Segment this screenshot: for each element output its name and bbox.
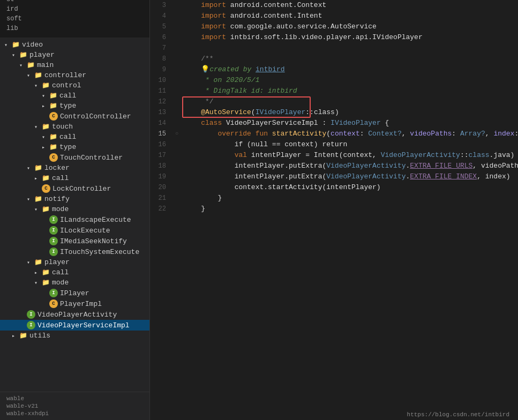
- keyword-token: import: [201, 33, 226, 41]
- line-number: 7: [150, 43, 171, 54]
- tree-item[interactable]: ▸📁call: [0, 173, 149, 183]
- tree-item-label: controller: [44, 71, 86, 79]
- tree-item[interactable]: CLockController: [0, 183, 149, 194]
- tree-item[interactable]: ▾📁touch: [0, 122, 149, 132]
- tree-item[interactable]: ▾📁main: [0, 60, 149, 70]
- type-token: Array?: [460, 130, 485, 138]
- code-line: 20 context.startActivity(intentPlayer): [150, 182, 518, 193]
- blog-url: https://blog.csdn.net/intbird: [407, 411, 509, 418]
- tree-item-label: type: [59, 143, 76, 151]
- line-content: @AutoService(IVideoPlayer::class): [182, 107, 518, 118]
- indent-token: [184, 65, 201, 73]
- file-icon-orange: C: [49, 112, 58, 121]
- text-token: (: [326, 130, 331, 138]
- tree-item-label: call: [52, 268, 69, 276]
- line-number: 18: [150, 161, 171, 171]
- tree-item[interactable]: ▾📁locker: [0, 163, 149, 173]
- tree-item[interactable]: CControlController: [0, 111, 149, 122]
- param-token: videoPaths: [410, 130, 452, 138]
- indent-token: [184, 194, 201, 202]
- folder-icon: 📁: [42, 279, 50, 287]
- folder-icon: 📁: [34, 195, 42, 203]
- tree-item[interactable]: IVideoPlayerActivity: [0, 309, 149, 320]
- text-token: VideoPlayerServiceImpl :: [222, 119, 331, 127]
- tree-item[interactable]: ▾📁video: [0, 40, 149, 50]
- sidebar-top-item-3: soft: [6, 14, 143, 24]
- line-number: 22: [150, 204, 171, 214]
- line-content: * DingTalk id: intbird: [182, 86, 518, 96]
- tree-item-label: video: [22, 41, 43, 49]
- line-content: intentPlayer.putExtra(VideoPlayerActivit…: [182, 171, 518, 182]
- tree-item[interactable]: ▸📁type: [0, 142, 149, 152]
- file-icon-green: I: [49, 289, 58, 297]
- tree-arrow: ▾: [34, 280, 42, 286]
- tree-item[interactable]: CTouchController: [0, 152, 149, 163]
- code-area[interactable]: 3 import android.content.Context4 import…: [150, 0, 518, 420]
- tree-item[interactable]: ▸📁type: [0, 101, 149, 111]
- tree-item[interactable]: ▸📁call: [0, 267, 149, 278]
- tree-item[interactable]: ▾📁call: [0, 91, 149, 101]
- text-token: intbird.soft.lib.video.player.api.IVideo…: [226, 33, 423, 41]
- keyword-token: import: [201, 22, 226, 31]
- tree-item[interactable]: ▾📁mode: [0, 204, 149, 214]
- tree-arrow: ▾: [34, 82, 42, 89]
- indent-token: [184, 172, 201, 181]
- folder-icon: 📁: [49, 143, 57, 151]
- sidebar-top: st ird soft lib: [0, 0, 149, 38]
- line-content: import android.content.Context: [182, 0, 518, 11]
- indent-token: [184, 76, 201, 84]
- tree-item-label: utils: [29, 332, 50, 340]
- tree-item[interactable]: ▾📁call: [0, 132, 149, 142]
- tree-item[interactable]: IITouchSystemExecute: [0, 246, 149, 257]
- tree-item[interactable]: IIMediaSeekNotify: [0, 236, 149, 246]
- sidebar-bottom-item-2: wable-v21: [6, 403, 143, 409]
- line-content: override fun startActivity(context: Cont…: [182, 129, 518, 139]
- tree-item-label: type: [59, 102, 76, 110]
- line-number: 5: [150, 21, 171, 32]
- comment-token: */: [201, 98, 213, 106]
- line-number: 3: [150, 0, 171, 11]
- tree-item[interactable]: ▾📁mode: [0, 278, 149, 288]
- line-number: 4: [150, 11, 171, 21]
- tree-item[interactable]: IILandscapeExecute: [0, 214, 149, 225]
- code-line: 10 * on 2020/5/1: [150, 75, 518, 86]
- text-token: }: [201, 194, 222, 202]
- code-line: 6 import intbird.soft.lib.video.player.a…: [150, 32, 518, 43]
- folder-icon: 📁: [34, 164, 42, 172]
- file-icon-green: I: [49, 215, 58, 224]
- line-number: 13: [150, 107, 171, 118]
- line-content: if (null == context) return: [182, 139, 518, 150]
- sidebar-bottom-item-3: wable-xxhdpi: [6, 410, 143, 417]
- type-token: Context?: [368, 130, 401, 138]
- tree-item[interactable]: ▸📁utils: [0, 331, 149, 341]
- code-line: 11 * DingTalk id: intbird: [150, 86, 518, 96]
- file-icon-orange: C: [49, 299, 58, 308]
- tree-item[interactable]: IILockExecute: [0, 225, 149, 236]
- tree-item[interactable]: ▾📁notify: [0, 194, 149, 204]
- tree-arrow: ▸: [42, 103, 49, 109]
- text-token: [201, 151, 234, 159]
- indent-token: [184, 108, 201, 116]
- tree-item[interactable]: ▾📁controller: [0, 70, 149, 80]
- tree-arrow: ▸: [42, 144, 49, 151]
- tree-item[interactable]: CPlayerImpl: [0, 298, 149, 309]
- line-content: 💡created by intbird: [182, 64, 518, 75]
- tree-item-label: ILandscapeExecute: [60, 216, 131, 224]
- code-line: 12 */: [150, 96, 518, 107]
- tree-arrow: ▾: [27, 72, 34, 79]
- tree-item-label: TouchController: [60, 154, 123, 162]
- file-icon-green: I: [27, 321, 35, 329]
- tree-item[interactable]: ▾📁player: [0, 50, 149, 60]
- text-token: com.google.auto.service.AutoService: [226, 22, 377, 31]
- tree-item-label: mode: [52, 205, 69, 213]
- file-icon-green: I: [49, 248, 58, 256]
- tree-item[interactable]: ▾📁control: [0, 80, 149, 91]
- tree-item[interactable]: IIPlayer: [0, 288, 149, 298]
- tree-item[interactable]: ▾📁player: [0, 257, 149, 267]
- text-token: :: [360, 130, 369, 138]
- tree-item-label: ControlController: [60, 112, 131, 121]
- comment-token: /**: [201, 55, 213, 63]
- text-token: (: [251, 108, 256, 116]
- line-content: * on 2020/5/1: [182, 75, 518, 86]
- tree-item[interactable]: IVideoPlayerServiceImpl: [0, 320, 149, 331]
